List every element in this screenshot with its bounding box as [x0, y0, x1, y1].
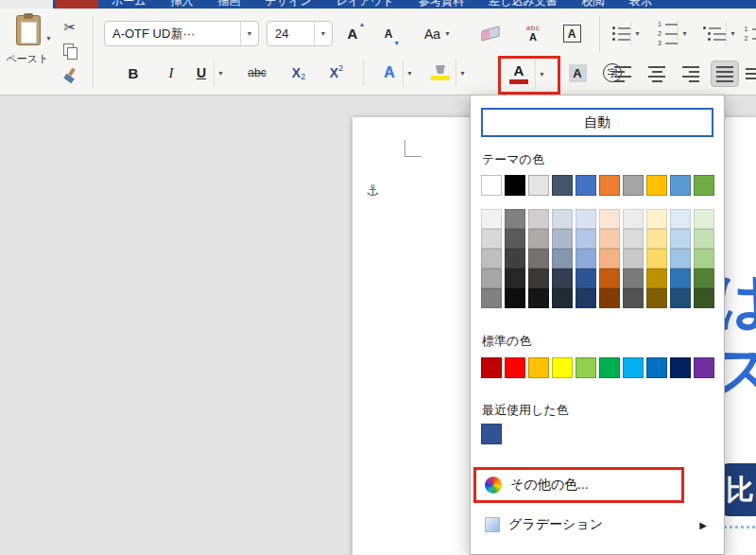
theme-variant-swatch[interactable]: [694, 288, 714, 308]
numbered-list-button[interactable]: 1 2 3 ▼: [654, 21, 696, 46]
theme-variant-swatch[interactable]: [670, 288, 691, 308]
ribbon-tab-2[interactable]: 挿入: [171, 0, 194, 9]
standard-color-swatch[interactable]: [481, 357, 502, 378]
theme-variant-swatch[interactable]: [528, 229, 549, 249]
gradient-menu-item[interactable]: グラデーション ▶: [476, 510, 720, 540]
theme-variant-swatch[interactable]: [670, 229, 691, 249]
theme-variant-swatch[interactable]: [670, 209, 691, 229]
character-border-button[interactable]: A: [558, 21, 586, 46]
automatic-color-button[interactable]: 自動: [481, 108, 713, 137]
align-left-button[interactable]: [609, 61, 637, 87]
copy-button[interactable]: [59, 41, 81, 61]
align-right-button[interactable]: [677, 61, 705, 87]
theme-variant-swatch[interactable]: [552, 288, 573, 308]
ribbon-tab-1[interactable]: ホーム: [112, 0, 146, 9]
theme-variant-swatch[interactable]: [552, 229, 573, 249]
more-colors-menu-item[interactable]: その他の色...: [476, 470, 720, 500]
theme-color-swatch[interactable]: [576, 175, 596, 196]
font-size-combobox[interactable]: 24 ▼: [266, 21, 333, 46]
theme-variant-swatch[interactable]: [576, 288, 596, 308]
numbered-list-dropdown[interactable]: ▼: [678, 21, 691, 46]
bullet-list-dropdown[interactable]: ▼: [630, 21, 644, 46]
font-color-dropdown[interactable]: ▼: [535, 59, 548, 89]
standard-color-swatch[interactable]: [576, 357, 596, 378]
justify-button[interactable]: [711, 61, 739, 87]
theme-variant-swatch[interactable]: [528, 288, 549, 308]
theme-variant-swatch[interactable]: [599, 249, 620, 269]
theme-variant-swatch[interactable]: [646, 288, 667, 308]
clear-formatting-button[interactable]: [474, 21, 507, 46]
italic-button[interactable]: I: [159, 59, 183, 87]
strikethrough-button[interactable]: abc: [238, 59, 276, 87]
cut-button[interactable]: ✂: [59, 16, 81, 37]
theme-variant-swatch[interactable]: [505, 249, 525, 269]
superscript-button[interactable]: X 2: [321, 59, 352, 87]
theme-variant-swatch[interactable]: [694, 209, 714, 229]
multilevel-list-button[interactable]: ▼: [699, 21, 741, 46]
theme-color-swatch[interactable]: [623, 175, 644, 196]
theme-variant-swatch[interactable]: [528, 269, 549, 288]
font-name-dropdown[interactable]: ▼: [240, 22, 258, 45]
theme-variant-swatch[interactable]: [599, 209, 620, 229]
standard-color-swatch[interactable]: [670, 357, 691, 378]
theme-color-swatch[interactable]: [670, 175, 691, 196]
theme-variant-swatch[interactable]: [599, 269, 620, 288]
ribbon-tab-8[interactable]: 校閲: [582, 0, 605, 9]
font-size-dropdown[interactable]: ▼: [314, 22, 332, 45]
standard-color-swatch[interactable]: [505, 357, 525, 378]
theme-variant-swatch[interactable]: [552, 269, 573, 288]
font-color-button[interactable]: A ▼: [503, 59, 552, 89]
theme-variant-swatch[interactable]: [694, 229, 714, 249]
subscript-button[interactable]: X 2: [284, 59, 314, 87]
theme-variant-swatch[interactable]: [576, 249, 596, 269]
theme-variant-swatch[interactable]: [670, 269, 691, 288]
theme-variant-swatch[interactable]: [646, 209, 667, 229]
theme-variant-swatch[interactable]: [646, 229, 667, 249]
shrink-font-button[interactable]: A ▼: [376, 21, 408, 46]
theme-variant-swatch[interactable]: [481, 288, 502, 308]
theme-variant-swatch[interactable]: [623, 249, 644, 269]
theme-variant-swatch[interactable]: [552, 209, 573, 229]
theme-color-swatch[interactable]: [599, 175, 620, 196]
phonetic-guide-button[interactable]: abc A: [516, 19, 550, 47]
theme-variant-swatch[interactable]: [646, 269, 667, 288]
ribbon-tab-9[interactable]: 表示: [629, 0, 652, 9]
theme-variant-swatch[interactable]: [576, 269, 596, 288]
theme-color-swatch[interactable]: [552, 175, 573, 196]
standard-color-swatch[interactable]: [646, 357, 667, 378]
theme-variant-swatch[interactable]: [694, 269, 714, 288]
theme-variant-swatch[interactable]: [528, 249, 549, 269]
standard-color-swatch[interactable]: [599, 357, 620, 378]
ribbon-tab-7[interactable]: 差し込み文書: [489, 0, 558, 9]
theme-variant-swatch[interactable]: [623, 269, 644, 288]
theme-color-swatch[interactable]: [528, 175, 549, 196]
theme-variant-swatch[interactable]: [505, 269, 525, 288]
format-painter-button[interactable]: [59, 65, 81, 86]
font-name-combobox[interactable]: A-OTF UD新··· ▼: [104, 21, 259, 46]
align-center-button[interactable]: [643, 61, 671, 87]
recent-color-swatch[interactable]: [481, 424, 502, 444]
theme-variant-swatch[interactable]: [481, 229, 502, 249]
theme-color-swatch[interactable]: [505, 175, 525, 196]
theme-variant-swatch[interactable]: [552, 249, 573, 269]
underline-dropdown[interactable]: ▼: [214, 59, 227, 87]
change-case-button[interactable]: Aa ▼: [416, 21, 459, 46]
theme-variant-swatch[interactable]: [623, 288, 644, 308]
bold-button[interactable]: B: [119, 59, 147, 87]
character-shading-button[interactable]: A: [563, 59, 592, 87]
theme-variant-swatch[interactable]: [481, 249, 502, 269]
theme-variant-swatch[interactable]: [646, 249, 667, 269]
theme-variant-swatch[interactable]: [528, 209, 549, 229]
theme-color-swatch[interactable]: [694, 175, 714, 196]
grow-font-button[interactable]: A ▲: [340, 21, 372, 46]
theme-variant-swatch[interactable]: [576, 209, 596, 229]
text-effects-dropdown[interactable]: ▼: [403, 59, 416, 87]
theme-variant-swatch[interactable]: [623, 209, 644, 229]
theme-variant-swatch[interactable]: [481, 269, 502, 288]
list-button-partial[interactable]: 1 2: [745, 21, 756, 46]
theme-color-swatch[interactable]: [481, 175, 502, 196]
theme-variant-swatch[interactable]: [505, 288, 525, 308]
theme-color-swatch[interactable]: [646, 175, 667, 196]
alignment-button-partial[interactable]: [745, 61, 756, 87]
theme-variant-swatch[interactable]: [623, 229, 644, 249]
